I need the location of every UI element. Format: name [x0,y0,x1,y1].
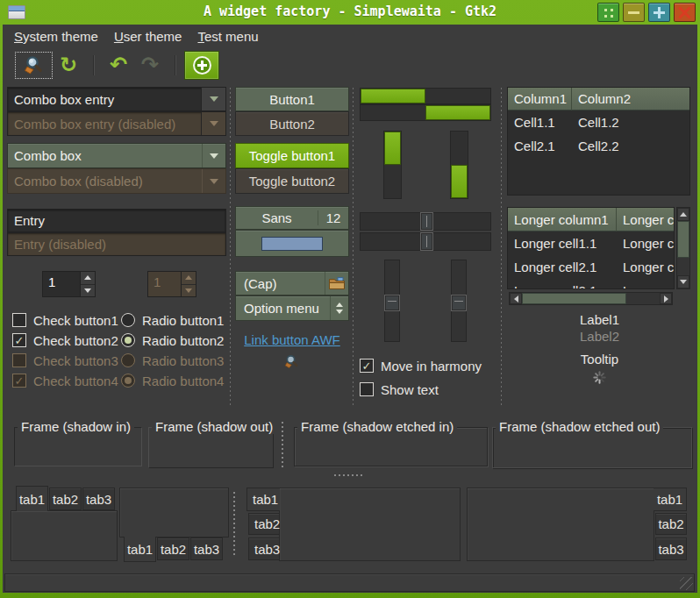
table-row[interactable]: Longer cell3.1 Longer ce [508,279,674,289]
table-row[interactable]: Longer cell1.1 Longer ce [508,231,674,255]
scroll-right-icon[interactable] [660,293,672,304]
spin-button[interactable]: 1 [42,271,96,297]
scroll-left-icon[interactable] [510,293,522,304]
menu-system-theme[interactable]: System theme [6,25,106,49]
toolbar-refresh-button[interactable]: ↻ [53,52,84,79]
notebook4-content [467,488,654,561]
spin-down-icon[interactable] [81,284,95,297]
checkbox-4 [12,374,26,388]
font-button[interactable]: Sans 12 [235,206,349,230]
app-body: System theme User theme Test menu ↻ ↶ ↷ [3,25,697,593]
toolbar-separator [93,55,94,75]
scale-handle[interactable] [420,212,433,231]
statusbar [4,573,695,592]
scale-handle[interactable] [384,295,400,311]
radio-3-label: Radio button3 [142,353,224,368]
awf-icon-image [235,354,349,369]
button1[interactable]: Button1 [235,87,349,111]
notebook1-content [11,510,118,561]
menu-user-theme[interactable]: User theme [106,25,190,49]
notebook4-tab3[interactable]: tab3 [655,537,687,560]
toolbar-find-replace-button[interactable] [15,52,53,79]
notebook2-tab1[interactable]: tab1 [124,537,156,562]
checkbox-2[interactable] [12,333,26,347]
table-row[interactable]: Cell1.1 Cell1.2 [508,110,689,134]
dropdown-icon [210,179,218,184]
window-menu-button[interactable] [597,3,619,22]
column-separator [353,88,354,406]
toggle-button2[interactable]: Toggle button2 [235,168,349,194]
resize-grip[interactable] [680,577,693,590]
combo-box-entry[interactable]: Combo box entry [7,87,226,111]
hscale-2[interactable] [360,232,491,251]
notebook1-tab1[interactable]: tab1 [16,486,48,511]
vscale-1[interactable] [384,260,400,342]
radio-2[interactable] [121,333,135,347]
button2[interactable]: Button2 [235,111,349,136]
combo-box-entry-disabled: Combo box entry (disabled) [7,111,226,136]
treeview-2[interactable]: Longer column1 Longer co Longer cell1.1 … [507,207,675,289]
file-chooser-button[interactable]: (Cap) [235,271,349,295]
progress-fill [451,165,468,198]
color-button[interactable] [235,230,349,257]
menubar: System theme User theme Test menu [3,25,697,49]
check-radio-row: Check button4 Radio button4 [7,371,226,390]
scroll-down-icon[interactable] [677,275,689,288]
notebook2-tab3[interactable]: tab3 [190,537,223,560]
notebook3-tab3[interactable]: tab3 [248,537,280,560]
redo-icon: ↷ [141,54,159,75]
radio-2-label: Radio button2 [142,333,224,348]
dropdown-icon [210,121,218,126]
notebook3-tab2[interactable]: tab2 [248,513,280,535]
frame-shadow-etched-in: Frame (shadow etched in) [294,427,488,466]
table-row[interactable]: Longer cell2.1 Longer ce [508,255,674,279]
notebook4-tab1[interactable]: tab1 [654,488,687,511]
combo-box[interactable]: Combo box [7,143,226,168]
tree1-column2-header[interactable]: Column2 [572,88,689,110]
scrollbar-thumb[interactable] [677,221,689,258]
tree1-column1-header[interactable]: Column1 [508,88,572,110]
move-in-harmony-checkbox[interactable] [360,359,374,373]
hscale-1[interactable] [360,212,491,231]
scale-handle[interactable] [420,232,433,251]
maximize-button[interactable] [648,3,670,22]
toolbar-add-button[interactable] [184,51,219,80]
text-entry[interactable]: Entry [7,209,226,232]
frame-shadow-etched-out: Frame (shadow etched out) [492,427,692,468]
toolbar-undo-button[interactable]: ↶ [103,52,134,79]
checkbox-4-label: Check button4 [33,374,118,388]
toggle-button1[interactable]: Toggle button1 [235,143,349,168]
scale-handle[interactable] [451,295,467,311]
spinner-widget [505,371,694,384]
harmony-row: Move in harmony [358,356,498,375]
notebook1-tab2[interactable]: tab2 [49,488,82,510]
notebook1-tab3[interactable]: tab3 [82,488,115,510]
show-text-checkbox[interactable] [360,382,374,396]
scroll-up-icon[interactable] [677,208,689,221]
tree2-horizontal-scrollbar[interactable] [509,292,673,305]
radio-1[interactable] [121,313,135,327]
tree2-vertical-scrollbar[interactable] [676,207,690,289]
scrollbar-thumb[interactable] [522,293,626,304]
notebook3-tab1[interactable]: tab1 [246,488,280,511]
option-menu[interactable]: Option menu [235,295,349,321]
toolbar: ↻ ↶ ↷ [3,49,697,81]
titlebar[interactable]: A widget factory - Simplewaita - Gtk2 [0,0,700,25]
tree2-column2-header[interactable]: Longer co [617,208,674,231]
tree2-column1-header[interactable]: Longer column1 [508,208,617,231]
updown-arrows-icon [330,296,348,320]
notebook4-tab2[interactable]: tab2 [655,513,687,535]
close-button[interactable] [674,3,696,22]
link-button[interactable]: Link button AWF [235,332,349,347]
minimize-button[interactable] [623,3,645,22]
treeview-1[interactable]: Column1 Column2 Cell1.1 Cell1.2 Cell2.1 … [507,87,690,196]
table-row[interactable]: Cell2.1 Cell2.2 [508,134,689,158]
vscale-2[interactable] [451,260,467,342]
progressbar-vertical-top [383,131,402,199]
spin-up-icon[interactable] [81,272,95,284]
add-icon [193,56,211,75]
checkbox-1[interactable] [12,313,26,327]
notebook2-tab2[interactable]: tab2 [157,537,189,560]
menu-test-menu[interactable]: Test menu [189,25,266,49]
checkbox-2-label: Check button2 [33,333,118,348]
